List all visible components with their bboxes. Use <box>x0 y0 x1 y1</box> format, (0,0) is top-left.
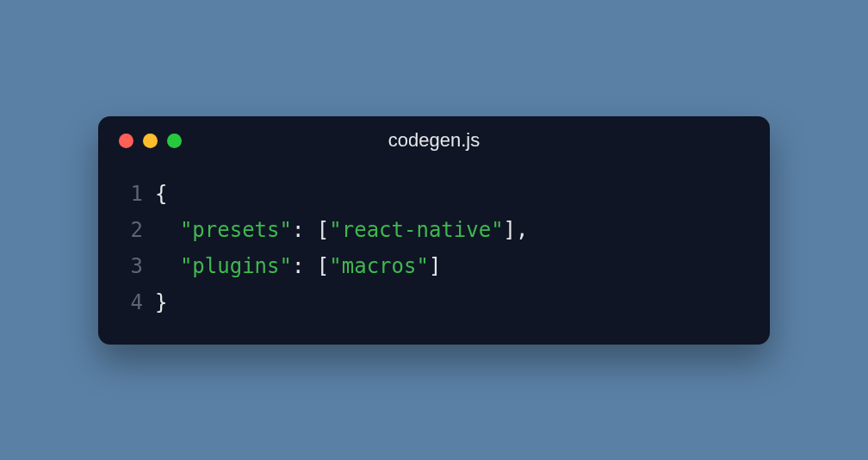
indent-token <box>155 212 180 248</box>
minimize-icon[interactable] <box>143 134 158 148</box>
window-title: codegen.js <box>388 129 480 152</box>
colon-token: : <box>292 218 317 242</box>
line-number: 1 <box>119 176 143 212</box>
key-token: "plugins" <box>180 254 292 278</box>
brace-close-token: } <box>155 290 167 314</box>
brace-open-token: { <box>155 182 167 206</box>
code-line: 4 } <box>119 284 749 320</box>
indent-token <box>155 248 180 284</box>
traffic-lights <box>119 134 182 148</box>
editor-window: codegen.js 1 { 2 "presets": ["react-nati… <box>98 116 770 345</box>
code-content: "plugins": ["macros"] <box>155 248 441 284</box>
bracket-open-token: [ <box>317 218 329 242</box>
bracket-open-token: [ <box>317 254 329 278</box>
code-line: 1 { <box>119 176 749 212</box>
string-token: "macros" <box>329 254 429 278</box>
code-line: 3 "plugins": ["macros"] <box>119 248 749 284</box>
bracket-close-token: ] <box>504 218 516 242</box>
code-line: 2 "presets": ["react-native"], <box>119 212 749 248</box>
titlebar: codegen.js <box>98 116 770 155</box>
key-token: "presets" <box>180 218 292 242</box>
code-content: { <box>155 176 167 212</box>
maximize-icon[interactable] <box>167 134 182 148</box>
comma-token: , <box>516 218 528 242</box>
line-number: 4 <box>119 284 143 320</box>
code-content: } <box>155 284 167 320</box>
bracket-close-token: ] <box>429 254 441 278</box>
string-token: "react-native" <box>329 218 503 242</box>
colon-token: : <box>292 254 317 278</box>
close-icon[interactable] <box>119 134 133 148</box>
code-area[interactable]: 1 { 2 "presets": ["react-native"], 3 "pl… <box>98 155 770 320</box>
code-content: "presets": ["react-native"], <box>155 212 529 248</box>
line-number: 2 <box>119 212 143 248</box>
line-number: 3 <box>119 248 143 284</box>
